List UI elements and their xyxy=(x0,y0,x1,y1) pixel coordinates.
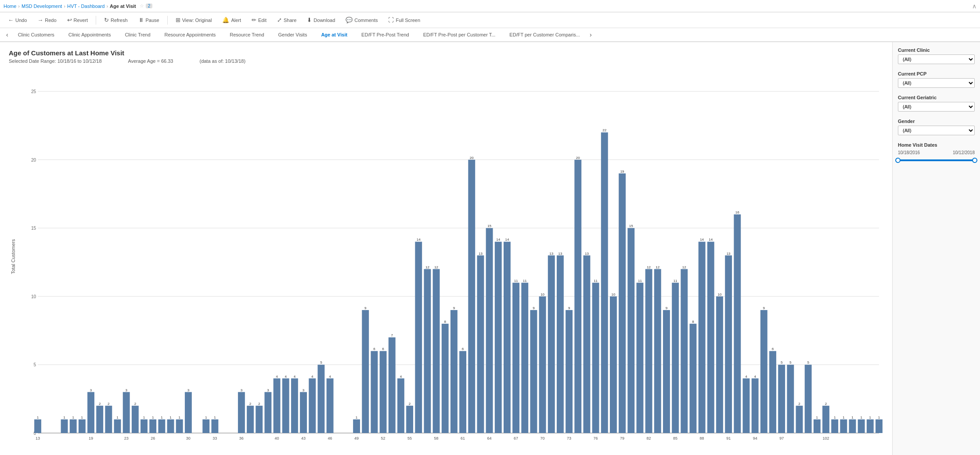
alert-button[interactable]: 🔔 Alert xyxy=(218,15,245,25)
bar[interactable] xyxy=(477,256,484,433)
bar[interactable] xyxy=(805,365,812,433)
bar[interactable] xyxy=(849,419,856,433)
bar[interactable] xyxy=(574,160,581,433)
breadcrumb-hvt[interactable]: HVT - Dashboard xyxy=(67,4,104,9)
bar[interactable] xyxy=(725,256,732,433)
bar[interactable] xyxy=(202,419,209,433)
tab-clinic-customers[interactable]: Clinic Customers xyxy=(11,28,61,42)
bar[interactable] xyxy=(389,337,396,433)
bar[interactable] xyxy=(256,406,263,433)
filter-gender-select[interactable]: (All) xyxy=(898,126,975,135)
bar[interactable] xyxy=(309,379,316,433)
bar[interactable] xyxy=(282,379,289,433)
bar[interactable] xyxy=(530,310,537,433)
bar[interactable] xyxy=(105,406,112,433)
date-slider-left-handle[interactable] xyxy=(895,158,901,163)
bar[interactable] xyxy=(690,324,697,433)
revert-button[interactable]: ↩ Revert xyxy=(63,15,92,25)
tab-ed-ft-per-customer-comparis[interactable]: ED/FT per Customer Comparis... xyxy=(502,28,587,42)
tab-ed-ft-per-customer-t[interactable]: ED/FT Pre-Post per Customer T... xyxy=(416,28,503,42)
bar[interactable] xyxy=(681,269,688,433)
bar[interactable] xyxy=(247,406,254,433)
bar[interactable] xyxy=(114,419,121,433)
undo-button[interactable]: ← Undo xyxy=(4,15,31,25)
bar[interactable] xyxy=(539,296,546,433)
bar[interactable] xyxy=(211,419,218,433)
bar[interactable] xyxy=(760,310,767,433)
bar[interactable] xyxy=(672,283,679,433)
bar[interactable] xyxy=(300,392,307,433)
bar[interactable] xyxy=(371,351,378,433)
bar[interactable] xyxy=(468,160,475,433)
bar[interactable] xyxy=(716,296,723,433)
bar[interactable] xyxy=(158,419,165,433)
bar[interactable] xyxy=(317,365,324,433)
bar[interactable] xyxy=(291,379,298,433)
bar[interactable] xyxy=(442,324,449,433)
bar[interactable] xyxy=(274,379,281,433)
bar[interactable] xyxy=(858,419,865,433)
bar[interactable] xyxy=(787,365,794,433)
bar[interactable] xyxy=(495,242,502,433)
bar[interactable] xyxy=(61,419,68,433)
bar[interactable] xyxy=(34,419,41,433)
bar[interactable] xyxy=(504,242,511,433)
tab-resource-trend[interactable]: Resource Trend xyxy=(223,28,271,42)
tab-clinic-trend[interactable]: Clinic Trend xyxy=(118,28,157,42)
pause-button[interactable]: ⏸ Pause xyxy=(134,15,164,25)
bar[interactable] xyxy=(637,283,644,433)
bar[interactable] xyxy=(734,214,741,433)
bar[interactable] xyxy=(397,379,404,433)
bar[interactable] xyxy=(627,228,634,433)
bar[interactable] xyxy=(486,228,493,433)
bar[interactable] xyxy=(264,392,271,433)
bar[interactable] xyxy=(149,419,156,433)
bar[interactable] xyxy=(96,406,103,433)
bar[interactable] xyxy=(707,242,714,433)
bar[interactable] xyxy=(176,419,183,433)
bar[interactable] xyxy=(584,256,591,433)
bar[interactable] xyxy=(327,379,334,433)
star-icon[interactable]: ☆ xyxy=(140,3,144,9)
share-button[interactable]: ⤢ Share xyxy=(273,15,301,25)
bar[interactable] xyxy=(141,419,148,433)
bar[interactable] xyxy=(778,365,785,433)
bar[interactable] xyxy=(610,296,617,433)
bar[interactable] xyxy=(450,310,458,433)
bar[interactable] xyxy=(415,242,422,433)
redo-button[interactable]: → Redo xyxy=(33,15,61,25)
bar[interactable] xyxy=(167,419,174,433)
bar[interactable] xyxy=(433,269,440,433)
filter-geriatric-select[interactable]: (All) xyxy=(898,102,975,112)
bar[interactable] xyxy=(831,419,838,433)
edit-button[interactable]: ✏ Edit xyxy=(247,15,271,25)
tab-ed-ft-pre-post-trend[interactable]: ED/FT Pre-Post Trend xyxy=(354,28,416,42)
breadcrumb-msd[interactable]: MSD Development xyxy=(22,4,62,9)
bar[interactable] xyxy=(566,310,573,433)
bar[interactable] xyxy=(814,419,821,433)
tab-gender-visits[interactable]: Gender Visits xyxy=(271,28,314,42)
bar[interactable] xyxy=(699,242,706,433)
bar[interactable] xyxy=(87,392,94,433)
bar[interactable] xyxy=(822,406,829,433)
bar[interactable] xyxy=(743,379,750,433)
bar[interactable] xyxy=(123,392,130,433)
download-button[interactable]: ⬇ Download xyxy=(303,15,339,25)
date-slider-right-handle[interactable] xyxy=(972,158,977,163)
bar[interactable] xyxy=(840,419,847,433)
bar[interactable] xyxy=(459,351,466,433)
bar[interactable] xyxy=(424,269,431,433)
bar[interactable] xyxy=(796,406,803,433)
bar[interactable] xyxy=(619,173,626,433)
bar[interactable] xyxy=(70,419,77,433)
bar[interactable] xyxy=(601,132,608,433)
bar[interactable] xyxy=(362,310,369,433)
filter-clinic-select[interactable]: (All) xyxy=(898,54,975,64)
tab-clinic-appointments[interactable]: Clinic Appointments xyxy=(61,28,118,42)
bar[interactable] xyxy=(132,406,139,433)
bar[interactable] xyxy=(238,392,245,433)
bar[interactable] xyxy=(557,256,564,433)
bar[interactable] xyxy=(663,310,670,433)
filter-pcp-select[interactable]: (All) xyxy=(898,78,975,88)
fullscreen-button[interactable]: ⛶ Full Screen xyxy=(384,15,425,25)
